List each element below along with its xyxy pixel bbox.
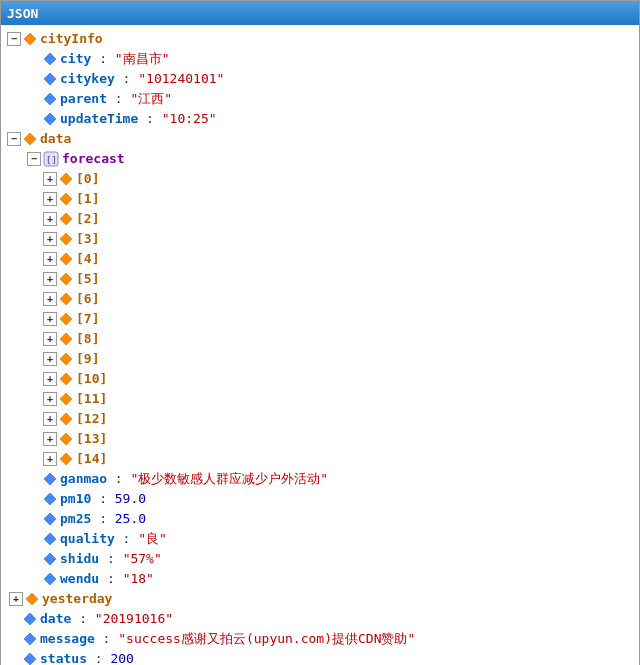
svg-marker-10 [60,213,72,225]
cityinfo-row[interactable]: − cityInfo [7,29,639,49]
forecast-item-14[interactable]: + [14] [7,449,639,469]
updatetime-key: updateTime [60,109,138,129]
forecast-key: forecast [62,149,125,169]
forecast-item-toggle-6[interactable]: + [43,292,57,306]
svg-marker-14 [60,293,72,305]
data-toggle[interactable]: − [7,132,21,146]
forecast-item-13[interactable]: + [13] [7,429,639,449]
forecast-item-label-13: [13] [76,429,107,449]
forecast-item-icon-8 [59,332,73,346]
forecast-item-label-1: [1] [76,189,99,209]
forecast-item-label-2: [2] [76,209,99,229]
yesterday-row[interactable]: + yesterday [7,589,639,609]
pm25-key: pm25 [60,509,91,529]
forecast-item-toggle-4[interactable]: + [43,252,57,266]
forecast-item-9[interactable]: + [9] [7,349,639,369]
forecast-item-label-6: [6] [76,289,99,309]
shidu-colon: : [99,549,122,569]
forecast-item-toggle-10[interactable]: + [43,372,57,386]
ganmao-key: ganmao [60,469,107,489]
pm10-toggle-placeholder [27,492,41,506]
forecast-item-icon-0 [59,172,73,186]
ganmao-colon: : [107,469,130,489]
forecast-item-3[interactable]: + [3] [7,229,639,249]
forecast-item-toggle-3[interactable]: + [43,232,57,246]
data-row[interactable]: − data [7,129,639,149]
parent-icon [43,92,57,106]
parent-toggle-placeholder [27,92,41,106]
svg-marker-31 [24,633,36,645]
svg-marker-17 [60,353,72,365]
forecast-item-12[interactable]: + [12] [7,409,639,429]
status-value: 200 [110,649,133,665]
yesterday-toggle[interactable]: + [9,592,23,606]
forecast-item-icon-11 [59,392,73,406]
forecast-item-toggle-9[interactable]: + [43,352,57,366]
forecast-item-label-8: [8] [76,329,99,349]
forecast-item-toggle-11[interactable]: + [43,392,57,406]
parent-colon: : [107,89,130,109]
quality-row: quality : "良" [7,529,639,549]
city-colon: : [91,49,114,69]
quality-value: "良" [138,529,167,549]
forecast-item-toggle-14[interactable]: + [43,452,57,466]
forecast-item-0[interactable]: + [0] [7,169,639,189]
svg-marker-0 [24,33,36,45]
forecast-item-8[interactable]: + [8] [7,329,639,349]
data-icon [23,132,37,146]
forecast-item-icon-9 [59,352,73,366]
pm10-icon [43,492,57,506]
svg-marker-13 [60,273,72,285]
svg-marker-9 [60,193,72,205]
quality-key: quality [60,529,115,549]
svg-marker-18 [60,373,72,385]
forecast-item-toggle-2[interactable]: + [43,212,57,226]
svg-marker-15 [60,313,72,325]
forecast-item-label-9: [9] [76,349,99,369]
forecast-item-toggle-12[interactable]: + [43,412,57,426]
shidu-toggle-placeholder [27,552,41,566]
forecast-item-7[interactable]: + [7] [7,309,639,329]
forecast-item-label-7: [7] [76,309,99,329]
forecast-item-toggle-0[interactable]: + [43,172,57,186]
ganmao-toggle-placeholder [27,472,41,486]
updatetime-icon [43,112,57,126]
forecast-item-toggle-5[interactable]: + [43,272,57,286]
forecast-item-toggle-1[interactable]: + [43,192,57,206]
forecast-item-4[interactable]: + [4] [7,249,639,269]
shidu-row: shidu : "57%" [7,549,639,569]
ganmao-value: "极少数敏感人群应减少户外活动" [130,469,328,489]
forecast-item-1[interactable]: + [1] [7,189,639,209]
pm10-colon: : [91,489,114,509]
date-value: "20191016" [95,609,173,629]
svg-marker-1 [44,53,56,65]
cityinfo-key: cityInfo [40,29,103,49]
forecast-item-icon-3 [59,232,73,246]
forecast-toggle[interactable]: − [27,152,41,166]
forecast-items-container: + [0] + [1] + [2] + [3] + [7,169,639,469]
svg-marker-16 [60,333,72,345]
forecast-item-5[interactable]: + [5] [7,269,639,289]
forecast-item-toggle-13[interactable]: + [43,432,57,446]
main-window: JSON − cityInfo city : "南昌市" [0,0,640,665]
data-key: data [40,129,71,149]
quality-icon [43,532,57,546]
citykey-value: "101240101" [138,69,224,89]
forecast-item-10[interactable]: + [10] [7,369,639,389]
wendu-toggle-placeholder [27,572,41,586]
status-key: status [40,649,87,665]
forecast-item-toggle-8[interactable]: + [43,332,57,346]
forecast-item-11[interactable]: + [11] [7,389,639,409]
city-toggle-placeholder [27,52,41,66]
forecast-row[interactable]: − [] forecast [7,149,639,169]
parent-value: "江西" [130,89,172,109]
forecast-item-2[interactable]: + [2] [7,209,639,229]
forecast-item-toggle-7[interactable]: + [43,312,57,326]
status-colon: : [87,649,110,665]
pm10-key: pm10 [60,489,91,509]
svg-marker-21 [60,433,72,445]
cityinfo-toggle[interactable]: − [7,32,21,46]
forecast-item-6[interactable]: + [6] [7,289,639,309]
forecast-item-icon-10 [59,372,73,386]
status-icon [23,652,37,665]
